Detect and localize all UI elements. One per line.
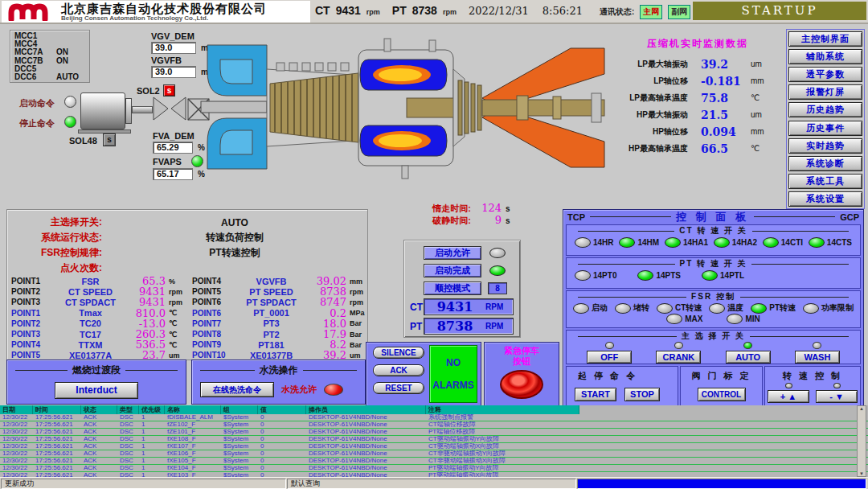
switch-indicator: [575, 237, 591, 248]
vgvfb-field[interactable]: 39.0: [151, 66, 196, 78]
valve-calibration-title: 阀 门 标 定: [681, 367, 762, 382]
fsr-limit-switch: MAX: [666, 314, 702, 324]
speed-control-item: - ▼: [816, 383, 858, 403]
nav-button[interactable]: 主控制界面: [788, 31, 862, 47]
alarm-control-panel: SILENCE ACK RESET NO ALARMS: [366, 342, 481, 406]
fvaps-field[interactable]: 65.17: [153, 168, 193, 180]
nav-button[interactable]: 透平参数: [788, 67, 862, 82]
speed-control-title: 转 速 控 制: [765, 367, 860, 382]
nav-button[interactable]: 实时趋势: [788, 138, 862, 154]
ct-speed-switch: 14HA2: [714, 237, 757, 248]
nav-button[interactable]: 历史趋势: [788, 102, 862, 117]
nav-button[interactable]: 历史事件: [788, 121, 862, 136]
header-readouts: CT 9431 rpm PT 8738 rpm 2022/12/31 8:56:…: [315, 4, 690, 19]
start-command-label: 启动命令: [19, 97, 55, 109]
valve-control-button[interactable]: CONTROL: [698, 388, 746, 401]
selector-item: AUTO: [726, 342, 771, 364]
ct-rpm-label: CT: [410, 302, 423, 313]
alarm-table-body: 12/30/2217:25:56.621 ACKDSC 1fDISBALE_AL…: [0, 414, 868, 477]
time-display: 8:56:21: [542, 5, 583, 17]
monitor-row: LP轴位移 -0.181 mm: [608, 72, 788, 89]
silence-button[interactable]: SILENCE: [373, 347, 424, 359]
statusbar-query: 默认查询: [287, 479, 576, 489]
monitor-row: LP最大轴振动 39.2 um: [608, 55, 788, 72]
alarm-table-row[interactable]: 12/30/2217:25:56.621 ACKDSC 1fXE106_F $S…: [0, 450, 868, 458]
alarm-table-row[interactable]: 12/30/2217:25:56.621 ACKDSC 1fXE105_F $S…: [0, 458, 868, 465]
start-complete-indicator: [489, 265, 506, 276]
nav-button[interactable]: 辅助系统: [788, 49, 862, 64]
switch-label: 14CTS: [827, 238, 852, 247]
alarm-table-row[interactable]: 12/30/2217:25:56.621 ACKDSC 1fXE104_F $S…: [0, 465, 868, 472]
scroll-down-icon[interactable]: ▼: [859, 471, 864, 476]
alarm-table-row[interactable]: 12/30/2217:25:56.621 ACKDSC 1fDISBALE_AL…: [0, 414, 868, 421]
tcp-label: TCP: [567, 212, 585, 222]
ack-button[interactable]: ACK: [373, 364, 424, 376]
alarm-table-row[interactable]: 12/30/2217:25:56.621 ACKDSC 1fZE102_F $S…: [0, 421, 868, 429]
speed-button[interactable]: - ▼: [816, 390, 858, 403]
monitor-row: LP最高轴承温度 75.8 ℃: [608, 89, 788, 106]
no-alarms-line1: NO: [446, 357, 461, 368]
no-alarms-line2: ALARMS: [432, 380, 473, 391]
switch-indicator: [709, 303, 725, 314]
point-row: POINT3TC17 260.3℃: [7, 329, 188, 339]
timers: 惰走时间: 124 s 破静时间: 9 s: [418, 202, 510, 226]
start-button[interactable]: START: [575, 388, 616, 401]
nav-button[interactable]: 报警灯屏: [788, 84, 862, 100]
fsr-switch: 功率限制: [803, 302, 854, 314]
switch-indicator: [751, 303, 767, 314]
scroll-up-icon[interactable]: ▲: [859, 406, 864, 411]
switch-indicator: [714, 237, 730, 248]
vgvfb-label: VGVFB: [151, 55, 182, 65]
vgv-dem-field[interactable]: 39.0: [151, 42, 196, 54]
break-time-unit: s: [502, 216, 510, 225]
status-row: 主选择开关:AUTO: [7, 215, 367, 230]
speed-indicator: [833, 383, 841, 388]
start-permit-button[interactable]: 启动允许: [424, 246, 481, 260]
date-display: 2022/12/31: [469, 5, 529, 17]
nav-button[interactable]: 系统诊断: [788, 156, 862, 171]
alarm-table-row[interactable]: 12/30/2217:25:56.621 ACKDSC 1fXE107_F $S…: [0, 443, 868, 450]
selector-button[interactable]: WASH: [795, 351, 840, 364]
nav-button[interactable]: 系统设置: [788, 191, 862, 207]
point-row: POINT1Tmax 810.0℃: [7, 308, 188, 318]
fsr-control-title: FSR 控制: [567, 291, 860, 302]
estop-label-line2: 按钮: [485, 356, 559, 367]
fva-dem-field[interactable]: 65.29: [153, 142, 193, 154]
point-row: POINT3CT SPDACT 9431rpm: [7, 297, 188, 307]
interduct-button[interactable]: Interduct: [55, 382, 138, 399]
ct-speed-switch-section: CT 转 速 开 关 14HR 14HM 14HA1: [566, 224, 861, 256]
point-row: POINT6PT_0001 0.2MPa: [188, 308, 369, 318]
reset-button[interactable]: RESET: [373, 382, 424, 394]
alarm-table-header-cell: 状态: [81, 405, 117, 414]
wash-panel: 水洗操作 在线热洗命令 水洗允许: [191, 360, 366, 405]
control-panel-title: 控 制 面 板: [676, 210, 749, 224]
switch-label: MIN: [745, 314, 760, 323]
no-alarms-display: NO ALARMS: [429, 345, 477, 403]
table-scrollbar[interactable]: ▲ ▼: [857, 405, 866, 477]
selector-button[interactable]: OFF: [587, 351, 632, 364]
online-hot-wash-button[interactable]: 在线热洗命令: [200, 382, 274, 397]
status-row: FSR控制规律:PT转速控制: [7, 245, 367, 261]
status-row: 点火次数:: [7, 261, 367, 276]
stop-button[interactable]: STOP: [624, 388, 660, 401]
alarm-table-row[interactable]: 12/30/2217:25:56.621 ACKDSC 1fZE101_F $S…: [0, 429, 868, 436]
speed-indicator: [785, 383, 792, 388]
switch-indicator: [619, 237, 635, 248]
control-panel: TCP 控 制 面 板 GCP CT 转 速 开 关 14HR 14HM: [563, 209, 864, 406]
selector-button[interactable]: CRANK: [656, 351, 701, 364]
alarm-table-row[interactable]: 12/30/2217:25:56.621 ACKDSC 1fXE108_F $S…: [0, 436, 868, 443]
nav-button[interactable]: 系统工具: [788, 174, 862, 189]
pt-speed-unit: rpm: [443, 8, 457, 16]
switch-indicator: [657, 303, 673, 314]
speed-button[interactable]: + ▲: [768, 390, 809, 403]
point-row: POINT6PT SPDACT 8747rpm: [188, 297, 369, 307]
selector-button[interactable]: AUTO: [726, 351, 771, 364]
monitor-row: HP轴位移 0.094 mm: [608, 123, 788, 140]
points-left-column: POINT1FSR 65.3% POINT2CT SPEED 9431rpm P…: [7, 276, 188, 361]
selector-indicator: [674, 342, 683, 349]
start-complete-button[interactable]: 启动完成: [424, 264, 481, 277]
speed-arrow-icon: ▲: [788, 392, 796, 401]
sequence-mode-button[interactable]: 顺控模式: [424, 281, 481, 295]
switch-label: PT转速: [769, 302, 796, 314]
emergency-stop-button[interactable]: [500, 370, 543, 399]
